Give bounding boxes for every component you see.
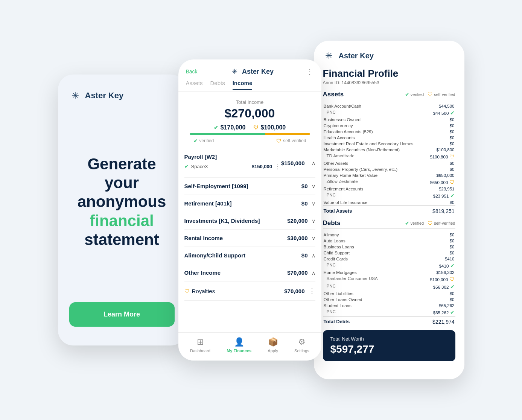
headline-line5: statement (84, 231, 159, 248)
table-row: Education Accounts (529) $0 (323, 129, 455, 135)
investments-amount: $20,000 (287, 218, 307, 224)
financial-profile-title: Financial Profile (323, 68, 455, 79)
table-row: Value of Life Insurance $0 (323, 199, 455, 206)
left-brand-header: ✳ Aster Key (69, 90, 124, 102)
pnc-cc-verified-icon: ✔ (450, 263, 455, 269)
selfemployment-amount: $0 (301, 183, 308, 189)
retirement-amount: $0 (301, 200, 308, 207)
table-row: Other Liabilities $0 (323, 291, 455, 297)
table-row: Businesses Owned $0 (323, 117, 455, 123)
royalties-menu-icon[interactable]: ⋮ (309, 287, 315, 295)
tab-debts[interactable]: Debts (210, 80, 225, 90)
phone-center: Back ✳ Aster Key ⋮ Assets Debts Income T… (178, 59, 321, 361)
verified-amount: ✔ $170,000 (214, 124, 246, 131)
spacex-menu-icon[interactable]: ⋮ (274, 162, 281, 170)
payroll-chevron-icon[interactable]: ∧ (312, 160, 315, 166)
center-brand: ✳ Aster Key (230, 67, 274, 76)
table-row: PNC $44,500 ✔ (323, 109, 455, 117)
royalties-label: Royalties (192, 288, 285, 294)
tab-income[interactable]: Income (233, 80, 253, 90)
table-row: Child Support $0 (323, 250, 455, 256)
spacex-name: SpaceX (191, 164, 208, 169)
menu-dots-icon[interactable]: ⋮ (306, 67, 314, 76)
retirement-chevron-icon[interactable]: ∨ (312, 201, 315, 207)
net-worth-label: Total Net Worth (330, 336, 448, 342)
settings-icon: ⚙ (298, 337, 306, 347)
pnc2-verified-icon: ✔ (450, 193, 455, 199)
debts-total-row: Total Debts $221,974 (323, 317, 455, 326)
my-finances-label: My Finances (227, 348, 251, 353)
main-container: ✳ Aster Key Generate your anonymous fina… (54, 41, 468, 379)
debts-badges: ✔ verified 🛡 self-verified (405, 220, 455, 226)
spacex-amount: $150,000 (252, 164, 272, 169)
table-row: Credit Cards $410 (323, 256, 455, 262)
center-tabs: Assets Debts Income (178, 76, 321, 90)
assets-table: Bank Account/Cash $44,500 PNC $44,500 ✔ … (323, 103, 455, 215)
zillow-self-verified-icon: 🛡 (449, 179, 455, 185)
asterisk-logo-center: ✳ (230, 67, 239, 76)
pnc-student-verified-icon: ✔ (450, 309, 455, 315)
nav-settings[interactable]: ⚙ Settings (294, 337, 309, 353)
santander-self-verified-icon: 🛡 (449, 276, 455, 282)
pnc-verified-icon: ✔ (450, 110, 455, 116)
payroll-label: Payroll [W2] (184, 154, 281, 160)
nav-dashboard[interactable]: ⊞ Dashboard (190, 337, 210, 353)
anon-id: Anon ID: 144083628695553 (323, 80, 455, 85)
self-verified-label-icon: 🛡 (276, 138, 282, 144)
table-row: Health Accounts $0 (323, 135, 455, 141)
alimony-chevron-icon[interactable]: ∧ (312, 253, 315, 259)
apply-icon: 📦 (268, 337, 278, 347)
nav-my-finances[interactable]: 👤 My Finances (227, 337, 251, 353)
nav-apply[interactable]: 📦 Apply (268, 337, 278, 353)
table-row: Business Loans $0 (323, 244, 455, 250)
learn-more-button[interactable]: Learn More (69, 302, 175, 327)
alimony-amount: $0 (301, 252, 308, 259)
right-brand-name: Aster Key (339, 52, 374, 60)
table-row: PNC $56,302 ✔ (323, 283, 455, 291)
table-row: Bank Account/Cash $44,500 (323, 103, 455, 109)
table-row: Marketable Securities (Non-Retirement) $… (323, 147, 455, 153)
net-worth-amount: $597,277 (330, 343, 448, 355)
table-row: Investment Real Estate and Secondary Hom… (323, 141, 455, 147)
selfemployment-chevron-icon[interactable]: ∨ (312, 183, 315, 189)
headline-line1: Generate (87, 155, 156, 173)
income-row-selfemployment: Self-Employment [1099] $0 ∨ (184, 178, 315, 195)
net-worth-bar: Total Net Worth $597,277 (323, 330, 455, 361)
income-summary: Total Income $270,000 ✔ $170,000 🛡 $100,… (178, 93, 321, 148)
table-row: PNC $65,262 ✔ (323, 309, 455, 317)
income-list: Payroll [W2] ✔ SpaceX $150,000 ⋮ $150,00… (178, 148, 321, 332)
payroll-sub: ✔ SpaceX $150,000 ⋮ (184, 160, 281, 172)
table-row: Home Mortgages $156,302 (323, 269, 455, 275)
table-row: Student Loans $65,262 (323, 303, 455, 309)
income-row-other: Other Income $70,000 ∧ (184, 264, 315, 282)
table-row: PNC $23,951 ✔ (323, 192, 455, 199)
selfemployment-label: Self-Employment [1099] (184, 183, 301, 189)
phone-right: ✳ Aster Key Financial Profile Anon ID: 1… (314, 41, 464, 379)
assets-self-verified-badge: 🛡 self-verified (428, 91, 455, 97)
debts-verified-badge: ✔ verified (405, 220, 424, 226)
table-row: Retirement Accounts $23,951 (323, 186, 455, 192)
other-income-chevron-icon[interactable]: ∧ (312, 270, 315, 276)
pnc-mortgage-verified-icon: ✔ (450, 284, 455, 290)
center-brand-name: Aster Key (242, 68, 274, 76)
income-row-royalties: 🛡 Royalties $70,000 ⋮ (184, 282, 315, 301)
tab-assets[interactable]: Assets (186, 80, 203, 90)
rental-label: Rental Income (184, 235, 288, 241)
investments-chevron-icon[interactable]: ∨ (312, 218, 315, 224)
self-verified-amount: 🛡 $100,000 (253, 124, 286, 131)
table-row: Other Loans Owned $0 (323, 297, 455, 303)
back-button[interactable]: Back (186, 68, 198, 75)
table-row: TD Ameritrade $100,800 🛡 (323, 153, 455, 160)
rental-chevron-icon[interactable]: ∨ (312, 235, 315, 241)
headline: Generate your anonymous financial statem… (78, 155, 166, 250)
income-row-investments: Investments [K1, Dividends] $20,000 ∨ (184, 212, 315, 230)
self-verified-bar (265, 133, 310, 135)
debts-verified-icon: ✔ (405, 220, 409, 226)
other-income-amount: $70,000 (287, 269, 307, 276)
table-row: Auto Loans $0 (323, 238, 455, 244)
left-brand-name: Aster Key (85, 91, 124, 100)
assets-badges: ✔ verified 🛡 self-verified (405, 91, 455, 97)
left-main-content: Generate your anonymous financial statem… (78, 102, 166, 302)
assets-self-verified-icon: 🛡 (428, 91, 433, 97)
income-total-label: Total Income (186, 99, 314, 105)
